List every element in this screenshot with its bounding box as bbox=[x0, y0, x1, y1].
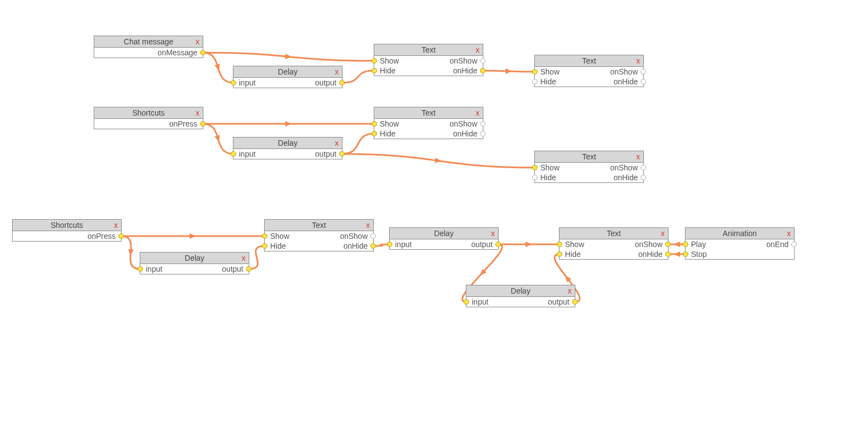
node-n9[interactable]: ShortcutsxonPress bbox=[12, 219, 122, 242]
node-graph-canvas[interactable]: Chat messagexonMessageDelayxinputoutputT… bbox=[0, 0, 868, 447]
output-port[interactable] bbox=[118, 233, 124, 239]
node-titlebar[interactable]: Textx bbox=[535, 151, 643, 163]
node-titlebar[interactable]: Delayx bbox=[233, 66, 342, 78]
node-titlebar[interactable]: Shortcutsx bbox=[13, 220, 121, 231]
node-n5[interactable]: ShortcutsxonPress bbox=[94, 107, 203, 129]
node-n2[interactable]: Delayxinputoutput bbox=[233, 66, 342, 88]
input-port[interactable] bbox=[262, 243, 267, 249]
input-port[interactable] bbox=[532, 79, 538, 84]
output-port[interactable] bbox=[480, 131, 486, 136]
output-port[interactable] bbox=[572, 299, 578, 305]
node-n4[interactable]: TextxShowonShowHideonHide bbox=[534, 55, 644, 87]
connection-wire[interactable] bbox=[203, 124, 233, 154]
input-port[interactable] bbox=[683, 242, 688, 247]
node-titlebar[interactable]: Textx bbox=[265, 220, 373, 231]
node-title: Text bbox=[421, 45, 436, 54]
input-port[interactable] bbox=[532, 165, 538, 170]
input-label: input bbox=[239, 149, 255, 159]
node-n12[interactable]: Delayxinputoutput bbox=[389, 227, 499, 250]
output-port[interactable] bbox=[339, 151, 345, 157]
node-n8[interactable]: TextxShowonShowHideonHide bbox=[534, 151, 644, 183]
node-n11[interactable]: TextxShowonShowHideonHide bbox=[264, 219, 374, 251]
input-port[interactable] bbox=[557, 251, 562, 257]
node-titlebar[interactable]: Textx bbox=[535, 55, 643, 67]
close-icon[interactable]: x bbox=[491, 228, 495, 239]
node-n14[interactable]: TextxShowonShowHideonHide bbox=[559, 227, 669, 260]
input-port[interactable] bbox=[387, 242, 392, 247]
close-icon[interactable]: x bbox=[242, 253, 245, 263]
input-port[interactable] bbox=[372, 68, 377, 73]
node-n1[interactable]: Chat messagexonMessage bbox=[94, 36, 203, 58]
close-icon[interactable]: x bbox=[196, 36, 199, 47]
output-port[interactable] bbox=[665, 251, 671, 257]
output-port[interactable] bbox=[246, 266, 252, 272]
output-port[interactable] bbox=[370, 233, 376, 239]
output-port[interactable] bbox=[480, 121, 486, 127]
node-titlebar[interactable]: Textx bbox=[374, 107, 483, 119]
node-titlebar[interactable]: Chat messagex bbox=[94, 36, 203, 48]
input-port[interactable] bbox=[372, 58, 377, 64]
node-n7[interactable]: TextxShowonShowHideonHide bbox=[374, 107, 483, 139]
connection-arrow-icon bbox=[215, 135, 222, 142]
input-port[interactable] bbox=[683, 251, 688, 257]
input-port[interactable] bbox=[532, 175, 538, 180]
node-titlebar[interactable]: Delayx bbox=[466, 285, 575, 297]
close-icon[interactable]: x bbox=[366, 220, 370, 231]
input-port[interactable] bbox=[231, 151, 236, 157]
output-port[interactable] bbox=[200, 50, 205, 55]
node-n3[interactable]: TextxShowonShowHideonHide bbox=[374, 44, 483, 76]
node-titlebar[interactable]: Delayx bbox=[233, 137, 342, 149]
node-n10[interactable]: Delayxinputoutput bbox=[140, 252, 249, 274]
close-icon[interactable]: x bbox=[114, 220, 118, 231]
close-icon[interactable]: x bbox=[661, 228, 665, 239]
connection-wire[interactable] bbox=[483, 71, 535, 72]
node-titlebar[interactable]: Delayx bbox=[140, 253, 249, 264]
output-port[interactable] bbox=[200, 121, 205, 127]
input-port[interactable] bbox=[532, 69, 538, 74]
close-icon[interactable]: x bbox=[335, 137, 339, 148]
close-icon[interactable]: x bbox=[787, 228, 791, 239]
connection-wire[interactable] bbox=[249, 246, 265, 269]
close-icon[interactable]: x bbox=[476, 107, 479, 118]
node-body: ShowonShowHideonHide bbox=[374, 119, 483, 139]
output-port[interactable] bbox=[791, 242, 797, 247]
input-port[interactable] bbox=[557, 242, 562, 247]
connection-wire[interactable] bbox=[342, 154, 535, 168]
close-icon[interactable]: x bbox=[636, 55, 640, 66]
output-port[interactable] bbox=[339, 80, 345, 85]
input-port[interactable] bbox=[372, 131, 377, 136]
close-icon[interactable]: x bbox=[636, 151, 640, 162]
input-label: Hide bbox=[380, 129, 396, 139]
connection-wire[interactable] bbox=[342, 71, 374, 83]
node-n6[interactable]: Delayxinputoutput bbox=[233, 137, 342, 159]
connection-wire[interactable] bbox=[121, 236, 140, 269]
close-icon[interactable]: x bbox=[335, 66, 339, 77]
output-port[interactable] bbox=[641, 165, 646, 170]
output-port[interactable] bbox=[480, 68, 486, 73]
close-icon[interactable]: x bbox=[476, 44, 479, 55]
close-icon[interactable]: x bbox=[196, 107, 199, 118]
connection-wire[interactable] bbox=[342, 134, 374, 154]
output-port[interactable] bbox=[480, 58, 486, 64]
input-port[interactable] bbox=[262, 233, 267, 239]
node-n13[interactable]: Delayxinputoutput bbox=[466, 285, 575, 307]
input-port[interactable] bbox=[231, 80, 236, 85]
input-port[interactable] bbox=[372, 121, 377, 127]
node-titlebar[interactable]: Textx bbox=[559, 228, 668, 239]
node-titlebar[interactable]: Shortcutsx bbox=[94, 107, 203, 119]
node-titlebar[interactable]: Animationx bbox=[686, 228, 794, 239]
output-port[interactable] bbox=[641, 79, 646, 84]
node-titlebar[interactable]: Delayx bbox=[390, 228, 498, 239]
output-port[interactable] bbox=[665, 242, 671, 247]
node-titlebar[interactable]: Textx bbox=[374, 44, 483, 56]
input-port[interactable] bbox=[138, 266, 143, 272]
output-port[interactable] bbox=[370, 243, 376, 249]
connection-wire[interactable] bbox=[203, 53, 233, 83]
output-port[interactable] bbox=[641, 175, 646, 180]
input-port[interactable] bbox=[464, 299, 469, 305]
output-port[interactable] bbox=[641, 69, 646, 74]
connection-wire[interactable] bbox=[203, 53, 374, 61]
close-icon[interactable]: x bbox=[568, 285, 572, 296]
output-port[interactable] bbox=[495, 242, 501, 247]
node-n15[interactable]: AnimationxPlayonEndStop bbox=[685, 227, 795, 260]
